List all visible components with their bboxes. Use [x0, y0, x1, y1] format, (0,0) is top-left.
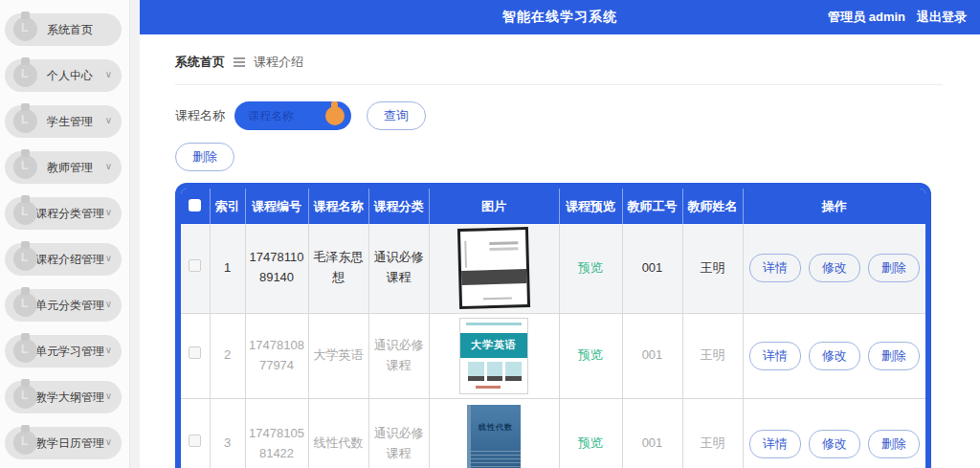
sidebar-item-label: 教学大纲管理 — [35, 390, 104, 406]
checkbox-cell — [181, 398, 210, 468]
module-icon — [13, 431, 37, 455]
module-icon — [13, 63, 37, 87]
module-icon — [13, 339, 37, 363]
detail-button[interactable]: 详情 — [749, 430, 801, 458]
edit-button[interactable]: 修改 — [809, 342, 860, 370]
image-cell — [429, 224, 559, 313]
chevron-down-icon — [105, 207, 112, 217]
teacher-no-cell: 001 — [622, 313, 682, 398]
chevron-down-icon — [105, 390, 112, 401]
chevron-down-icon — [105, 161, 112, 171]
content-area: 系统首页 课程介绍 课程名称 查询 删除 — [140, 34, 980, 468]
admin-user-label[interactable]: 管理员 admin — [828, 9, 905, 26]
sidebar-item[interactable]: 教学大纲管理 — [5, 381, 122, 413]
module-icon — [13, 293, 37, 317]
module-icon — [13, 17, 37, 41]
category-cell: 通识必修课程 — [368, 398, 429, 468]
detail-button[interactable]: 详情 — [749, 254, 801, 282]
module-icon — [13, 247, 37, 271]
preview-cell: 预览 — [559, 398, 622, 468]
sidebar-item[interactable]: 教学日历管理 — [5, 427, 122, 459]
search-button[interactable]: 查询 — [367, 101, 426, 130]
hamburger-icon — [234, 57, 245, 67]
delete-button[interactable]: 删除 — [868, 430, 920, 458]
edit-button[interactable]: 修改 — [809, 430, 860, 458]
category-cell: 通识必修课程 — [368, 224, 429, 313]
sidebar-scrollbar[interactable] — [129, 0, 140, 468]
teacher-no-cell: 001 — [622, 398, 682, 468]
breadcrumb-home-link[interactable]: 系统首页 — [175, 54, 225, 71]
sidebar-item[interactable]: 课程分类管理 — [5, 197, 122, 230]
detail-button[interactable]: 详情 — [749, 342, 801, 370]
teacher-name-cell: 王明 — [682, 224, 743, 313]
table-row: 3 1747810581422 线性代数 通识必修课程 线性代数 预览 001 … — [181, 398, 925, 468]
table-row: 1 1747811089140 毛泽东思想 通识必修课程 预览 001 王明 详… — [181, 224, 925, 313]
logout-link[interactable]: 退出登录 — [917, 9, 967, 26]
preview-link[interactable]: 预览 — [578, 260, 603, 275]
teacher-name-cell: 王明 — [682, 313, 743, 398]
breadcrumb-current: 课程介绍 — [254, 54, 303, 71]
actions-cell: 详情修改删除 — [743, 224, 925, 313]
module-icon — [13, 109, 37, 133]
course-no-cell: 1747811089140 — [245, 224, 308, 313]
bulk-delete-button[interactable]: 删除 — [175, 143, 234, 171]
book-cover-image: 大学英语 — [459, 318, 528, 394]
image-cell: 线性代数 — [429, 398, 559, 468]
sidebar-menu: 系统首页 个人中心 学生管理 教师管理 课程分类管理 课程介绍管理 单元分类管理… — [0, 0, 140, 459]
column-header: 课程分类 — [368, 189, 429, 224]
sidebar-item-label: 系统首页 — [47, 22, 93, 38]
actions-cell: 详情修改删除 — [743, 313, 925, 398]
checkbox-cell — [181, 313, 210, 398]
sidebar-item[interactable]: 课程介绍管理 — [5, 243, 122, 276]
sidebar-item-label: 教师管理 — [47, 160, 93, 176]
row-checkbox[interactable] — [189, 346, 201, 359]
sidebar-item[interactable]: 单元分类管理 — [5, 289, 122, 322]
row-checkbox[interactable] — [189, 259, 201, 272]
course-name-cell: 毛泽东思想 — [308, 224, 368, 313]
checkbox-cell — [181, 224, 210, 313]
preview-cell: 预览 — [559, 313, 622, 398]
index-cell: 2 — [210, 313, 245, 398]
sidebar-item-label: 单元分类管理 — [35, 298, 104, 314]
course-name-label: 课程名称 — [175, 107, 225, 124]
chevron-down-icon — [105, 115, 112, 125]
table-header-row: 索引课程编号课程名称课程分类图片课程预览教师工号教师姓名操作 — [181, 189, 925, 224]
chevron-down-icon — [105, 69, 112, 79]
chevron-down-icon — [105, 299, 112, 309]
teacher-name-cell: 王明 — [682, 398, 743, 468]
preview-link[interactable]: 预览 — [578, 435, 603, 450]
sidebar-item-label: 单元学习管理 — [35, 344, 104, 360]
teacher-no-cell: 001 — [622, 224, 682, 313]
index-cell: 3 — [210, 398, 245, 468]
sidebar-item[interactable]: 学生管理 — [5, 105, 122, 138]
module-icon — [13, 155, 37, 179]
preview-link[interactable]: 预览 — [578, 347, 603, 362]
course-no-cell: 1747810877974 — [245, 313, 308, 398]
app-title: 智能在线学习系统 — [502, 9, 617, 26]
delete-button[interactable]: 删除 — [868, 342, 920, 370]
edit-button[interactable]: 修改 — [809, 254, 860, 282]
preview-cell: 预览 — [559, 224, 622, 313]
sidebar-item[interactable]: 个人中心 — [5, 59, 122, 92]
sidebar-item[interactable]: 单元学习管理 — [5, 335, 122, 368]
sidebar-item-label: 课程分类管理 — [35, 206, 104, 222]
row-checkbox[interactable] — [189, 435, 201, 447]
course-table: 索引课程编号课程名称课程分类图片课程预览教师工号教师姓名操作 1 1747811… — [175, 183, 931, 468]
sidebar-item[interactable]: 系统首页 — [5, 13, 122, 46]
delete-button[interactable]: 删除 — [868, 254, 920, 282]
chevron-down-icon — [105, 345, 112, 355]
book-cover-image: 线性代数 — [467, 405, 521, 468]
column-header: 图片 — [429, 189, 559, 224]
course-name-cell: 线性代数 — [308, 398, 368, 468]
select-all-checkbox[interactable] — [189, 199, 201, 212]
book-cover-title: 线性代数 — [471, 422, 521, 435]
column-header: 课程编号 — [245, 189, 308, 224]
sidebar: 系统首页 个人中心 学生管理 教师管理 课程分类管理 课程介绍管理 单元分类管理… — [0, 0, 140, 468]
table-row: 2 1747810877974 大学英语 通识必修课程 大学英语 预览 001 … — [181, 313, 925, 398]
book-cover-title: 大学英语 — [471, 337, 517, 354]
select-all-header-cell — [181, 189, 210, 224]
index-cell: 1 — [210, 224, 245, 313]
filter-bar: 课程名称 查询 — [175, 101, 943, 130]
course-no-cell: 1747810581422 — [245, 398, 308, 468]
sidebar-item[interactable]: 教师管理 — [5, 151, 122, 184]
